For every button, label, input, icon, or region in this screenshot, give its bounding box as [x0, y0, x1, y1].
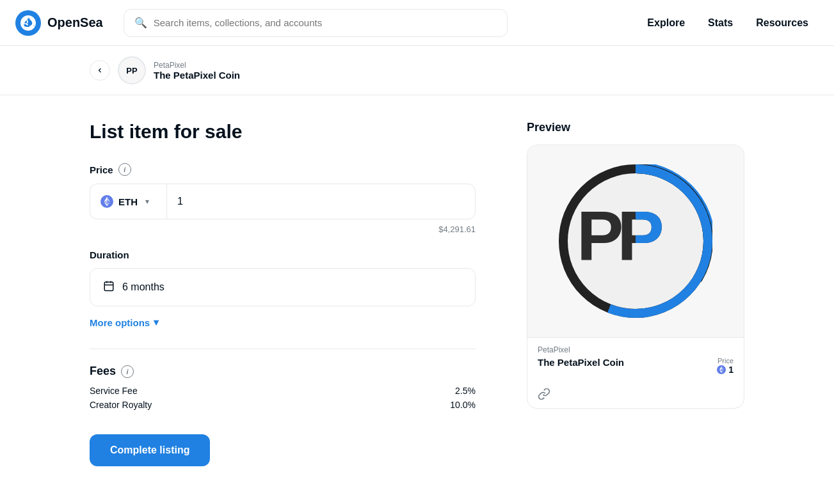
nav-stats[interactable]: Stats [698, 12, 743, 34]
fees-header: Fees i [90, 365, 476, 378]
divider [90, 349, 476, 349]
preview-price-amount: 1 [717, 365, 734, 375]
duration-label: Duration [90, 249, 476, 260]
nft-card-actions [527, 382, 744, 408]
price-usd: $4,291.61 [90, 224, 476, 234]
search-bar[interactable]: 🔍 [124, 9, 508, 37]
right-panel: Preview [527, 121, 744, 479]
nft-name: The PetaPixel Coin [538, 357, 624, 368]
left-panel: List item for sale Price i [90, 121, 476, 479]
breadcrumb-item: The PetaPixel Coin [154, 70, 240, 81]
fees-info-icon[interactable]: i [121, 365, 134, 378]
price-input-wrap [166, 184, 476, 219]
nav-resources[interactable]: Resources [746, 12, 819, 34]
calendar-icon [103, 280, 115, 295]
nav-explore[interactable]: Explore [637, 12, 695, 34]
chevron-down-icon: ▾ [154, 317, 159, 328]
price-input[interactable] [166, 184, 476, 219]
currency-name: ETH [118, 196, 138, 207]
duration-value: 6 months [122, 281, 164, 293]
preview-price-label: Price [717, 357, 734, 365]
eth-icon [717, 365, 726, 374]
back-button[interactable] [90, 60, 110, 81]
nft-image: PP PP [559, 164, 712, 318]
header: OpenSea 🔍 Explore Stats Resources [0, 0, 834, 46]
service-fee-value: 2.5% [455, 386, 476, 396]
breadcrumb: PP PetaPixel The PetaPixel Coin [0, 46, 834, 95]
preview-price-value: 1 [728, 365, 734, 375]
creator-royalty-label: Creator Royalty [90, 400, 152, 410]
creator-royalty-row: Creator Royalty 10.0% [90, 400, 476, 410]
service-fee-row: Service Fee 2.5% [90, 386, 476, 396]
more-options-label: More options [90, 317, 150, 328]
creator-royalty-value: 10.0% [450, 400, 476, 410]
breadcrumb-text: PetaPixel The PetaPixel Coin [154, 61, 240, 81]
complete-listing-button[interactable]: Complete listing [90, 434, 210, 466]
nav: Explore Stats Resources [637, 12, 819, 34]
svg-rect-1 [104, 282, 113, 291]
main-layout: List item for sale Price i [0, 95, 834, 504]
logo[interactable]: OpenSea [15, 10, 103, 36]
nft-collection-name: PetaPixel [538, 345, 734, 354]
nft-card: PP PP PetaPixel The PetaPixel Coin Price [527, 145, 744, 409]
chain-link-icon [538, 388, 550, 400]
nft-image-area: PP PP [527, 145, 744, 337]
logo-text: OpenSea [47, 15, 103, 30]
chevron-down-icon: ▾ [145, 197, 149, 206]
search-input[interactable] [154, 17, 497, 28]
price-section-label: Price i [90, 163, 476, 176]
nft-card-footer: PetaPixel The PetaPixel Coin Price [527, 337, 744, 382]
more-options-button[interactable]: More options ▾ [90, 317, 159, 328]
nft-name-price-row: The PetaPixel Coin Price [538, 357, 734, 375]
currency-select[interactable]: ETH ▾ [90, 184, 166, 219]
collection-avatar: PP [118, 56, 146, 84]
service-fee-label: Service Fee [90, 386, 138, 396]
duration-select[interactable]: 6 months [90, 268, 476, 306]
price-info-icon[interactable]: i [118, 163, 131, 176]
opensea-logo-icon [15, 10, 41, 36]
page-title: List item for sale [90, 121, 476, 143]
price-row: ETH ▾ [90, 184, 476, 219]
search-icon: 🔍 [134, 17, 147, 29]
price-col: Price [717, 357, 734, 375]
fees-section: Fees i Service Fee 2.5% Creator Royalty … [90, 365, 476, 410]
breadcrumb-collection: PetaPixel [154, 61, 240, 70]
preview-label: Preview [527, 121, 744, 134]
